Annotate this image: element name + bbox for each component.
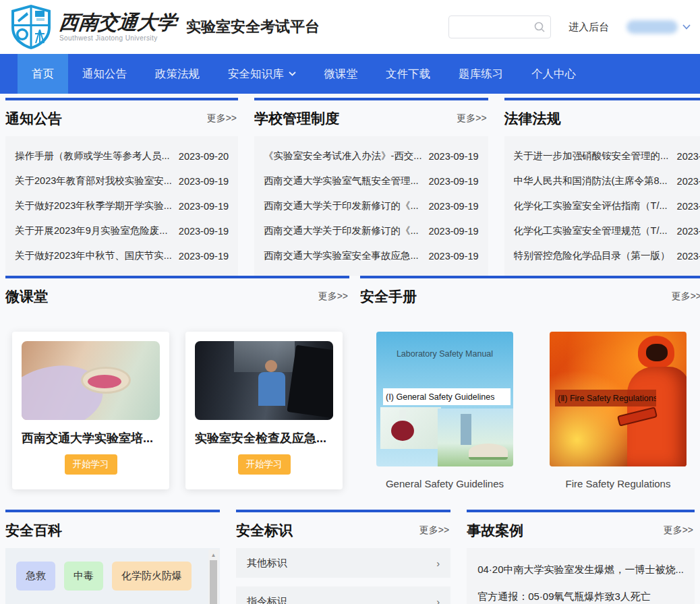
list-item[interactable]: 《实验室安全考试准入办法》-西交... 2023-09-19 [264, 144, 479, 169]
notices-list: 操作手册（教师或学生等参考人员... 2023-09-20 关于2023年教育部… [5, 136, 238, 276]
list-item[interactable]: 关于做好2023年秋季学期开学实验... 2023-09-19 [15, 193, 229, 218]
list-item[interactable]: 西南交通大学实验室气瓶安全管理... 2023-09-19 [264, 169, 479, 193]
course-card[interactable]: 实验室安全检查及应急... 开始学习 [185, 332, 343, 489]
header-right: 进入后台 [448, 16, 691, 38]
section-title: 安全百科 [5, 521, 62, 540]
section-notices: 通知公告 更多>> 操作手册（教师或学生等参考人员... 2023-09-20 … [5, 98, 238, 276]
list-item[interactable]: 西南交通大学关于印发新修订的《... 2023-09-19 [264, 218, 479, 243]
section-title: 通知公告 [5, 109, 62, 128]
course-thumbnail-lab [195, 341, 333, 420]
wiki-scrollbar: ▲ [208, 549, 218, 604]
manual-caption: Fire Safety Regulations [550, 478, 687, 489]
more-link-safety-signs[interactable]: 更多>> [419, 524, 449, 537]
nav-item-home[interactable]: 首页 [18, 54, 68, 94]
case-item[interactable]: 官方通报：05·09氧气瓶爆炸致3人死亡 [477, 583, 684, 604]
section-title: 微课堂 [5, 287, 48, 306]
top-sections-row: 通知公告 更多>> 操作手册（教师或学生等参考人员... 2023-09-20 … [5, 98, 695, 276]
university-name-en: Southwest Jiaotong University [59, 34, 177, 42]
micro-class-cards: 西南交通大学实验室培... 开始学习 实验室安全检查及应急... 开始学习 [5, 314, 349, 510]
university-name-cn: 西南交通大学 [58, 12, 177, 32]
user-menu[interactable] [626, 20, 691, 34]
list-item[interactable]: 关于开展2023年9月实验室危险废... 2023-09-19 [15, 218, 229, 243]
course-title: 实验室安全检查及应急... [195, 430, 333, 446]
course-thumbnail-petri-dish [22, 341, 160, 420]
section-safety-signs: 安全标识 更多>> 其他标识 › 指令标识 › [236, 510, 450, 604]
manual-item[interactable]: Laboratory Safety Manual (Ⅰ) General Saf… [376, 332, 513, 489]
list-item[interactable]: 特别管控危险化学品目录（第一版） 2023-09-08 [514, 243, 700, 268]
bottom-sections-row: 安全百科 急救 中毒 化学防火防爆 ▲ 安全标识 更多>> [5, 510, 695, 604]
scrollbar-up-arrow[interactable]: ▲ [208, 549, 218, 560]
scrollbar-thumb[interactable] [210, 560, 217, 604]
more-link-notices[interactable]: 更多>> [207, 113, 237, 125]
manual-item[interactable]: (Ⅱ) Fire Safety Regulations Fire Safety … [550, 332, 687, 489]
list-item[interactable]: 中华人民共和国消防法(主席令第8... 2023-09-08 [514, 169, 700, 193]
list-item[interactable]: 西南交通大学实验室安全事故应急... 2023-09-19 [264, 243, 479, 268]
section-safety-wiki: 安全百科 急救 中毒 化学防火防爆 ▲ [5, 510, 220, 604]
safety-wiki-panel: 急救 中毒 化学防火防爆 ▲ [5, 548, 220, 604]
university-name: 西南交通大学 Southwest Jiaotong University [59, 12, 177, 42]
section-safety-manual: 安全手册 更多>> Laboratory Safety Manual (Ⅰ) G… [360, 276, 700, 510]
wiki-tag-chemical-fire[interactable]: 化学防火防爆 [112, 562, 192, 591]
section-title: 事故案例 [467, 521, 523, 540]
username-redacted [626, 20, 678, 34]
more-link-safety-manual[interactable]: 更多>> [672, 291, 700, 303]
list-item[interactable]: 西南交通大学关于印发新修订的《... 2023-09-19 [264, 193, 479, 218]
list-item[interactable]: 关于做好2023年中秋节、国庆节实... 2023-09-19 [15, 243, 229, 268]
nav-item-downloads[interactable]: 文件下载 [372, 54, 444, 94]
nav-item-question-bank[interactable]: 题库练习 [444, 54, 517, 94]
wiki-tag-poisoning[interactable]: 中毒 [64, 562, 103, 591]
chevron-right-icon: › [436, 596, 440, 604]
accident-cases-list: 04·20中南大学实验室发生爆燃，一博士被烧... 官方通报：05·09氧气瓶爆… [467, 548, 695, 604]
chevron-down-icon [289, 71, 296, 76]
course-title: 西南交通大学实验室培... [22, 430, 160, 446]
nav-item-policies[interactable]: 政策法规 [141, 54, 214, 94]
case-item[interactable]: 04·20中南大学实验室发生爆燃，一博士被烧... [477, 556, 684, 583]
nav-item-micro-class[interactable]: 微课堂 [310, 54, 372, 94]
wiki-tag-first-aid[interactable]: 急救 [16, 562, 55, 591]
safety-signs-list: 其他标识 › 指令标识 › [236, 548, 450, 604]
main-content: 通知公告 更多>> 操作手册（教师或学生等参考人员... 2023-09-20 … [0, 94, 700, 604]
list-item[interactable]: 关于进一步加强硝酸铵安全管理的... 2023-09-08 [514, 144, 700, 169]
school-rules-list: 《实验室安全考试准入办法》-西交... 2023-09-19 西南交通大学实验室… [254, 136, 488, 276]
section-title: 学校管理制度 [254, 109, 339, 128]
section-school-rules: 学校管理制度 更多>> 《实验室安全考试准入办法》-西交... 2023-09-… [254, 98, 488, 276]
middle-sections-row: 微课堂 更多>> 西南交通大学实验室培... 开始学习 [5, 276, 695, 510]
university-logo[interactable] [9, 4, 53, 50]
list-item[interactable]: 化学化工实验室安全管理规范（T/... 2023-09-08 [514, 218, 700, 243]
chevron-down-icon [682, 24, 691, 30]
section-accident-cases: 事故案例 更多>> 04·20中南大学实验室发生爆燃，一博士被烧... 官方通报… [467, 510, 695, 604]
start-learning-button[interactable]: 开始学习 [65, 454, 117, 475]
manual-caption: General Safety Guidelines [376, 478, 513, 489]
list-item[interactable]: 化学化工实验室安全评估指南（T/... 2023-09-08 [514, 193, 700, 218]
section-title: 安全手册 [360, 287, 417, 306]
search-icon[interactable] [533, 21, 546, 36]
enter-backend-link[interactable]: 进入后台 [568, 21, 609, 34]
more-link-school-rules[interactable]: 更多>> [457, 113, 486, 125]
list-item[interactable]: 操作手册（教师或学生等参考人员... 2023-09-20 [15, 144, 229, 169]
laws-list: 关于进一步加强硝酸铵安全管理的... 2023-09-08 中华人民共和国消防法… [504, 136, 700, 276]
section-title: 安全标识 [236, 521, 293, 540]
section-laws: 法律法规 更多>> 关于进一步加强硝酸铵安全管理的... 2023-09-08 … [504, 98, 700, 276]
more-link-accident-cases[interactable]: 更多>> [664, 524, 693, 537]
page-header: 西南交通大学 Southwest Jiaotong University 实验室… [0, 0, 700, 54]
section-title: 法律法规 [504, 109, 561, 128]
manual-cover-general-safety: Laboratory Safety Manual (Ⅰ) General Saf… [376, 332, 513, 466]
chevron-right-icon: › [436, 557, 440, 569]
more-link-micro-class[interactable]: 更多>> [318, 291, 348, 303]
list-item[interactable]: 关于2023年教育部对我校实验室安... 2023-09-19 [15, 169, 229, 193]
course-card[interactable]: 西南交通大学实验室培... 开始学习 [12, 332, 169, 489]
sign-category-other[interactable]: 其他标识 › [236, 548, 450, 578]
nav-item-notices[interactable]: 通知公告 [68, 54, 141, 94]
safety-manual-items: Laboratory Safety Manual (Ⅰ) General Saf… [360, 314, 700, 489]
site-title: 实验室安全考试平台 [186, 17, 320, 37]
sign-category-mandatory[interactable]: 指令标识 › [236, 586, 450, 604]
nav-item-personal-center[interactable]: 个人中心 [517, 54, 590, 94]
search-box [448, 16, 551, 38]
nav-item-knowledge-base[interactable]: 安全知识库 [214, 54, 310, 94]
main-nav: 首页 通知公告 政策法规 安全知识库 微课堂 文件下载 题库练习 个人中心 [0, 54, 700, 94]
section-micro-class: 微课堂 更多>> 西南交通大学实验室培... 开始学习 [5, 276, 349, 510]
start-learning-button[interactable]: 开始学习 [238, 454, 291, 475]
manual-cover-fire-safety: (Ⅱ) Fire Safety Regulations [550, 332, 687, 466]
shield-logo-icon [9, 4, 53, 50]
